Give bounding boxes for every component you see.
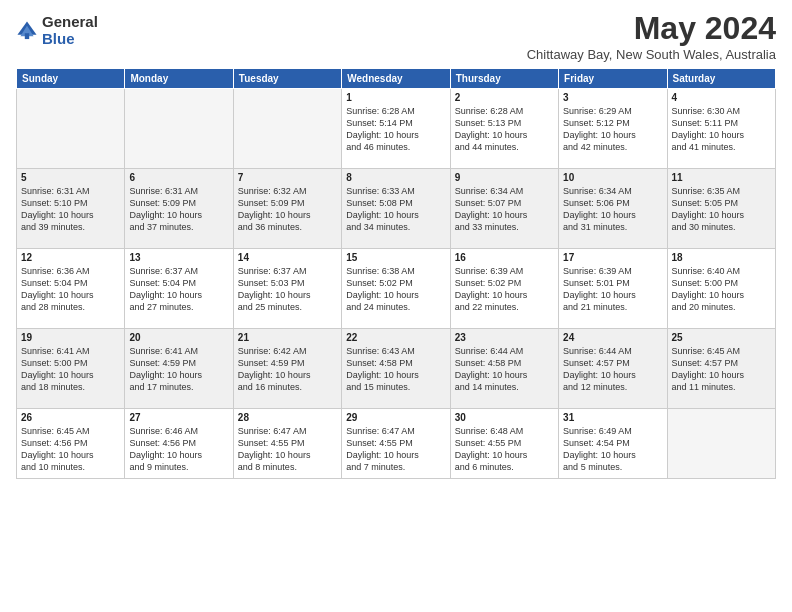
day-info: Sunrise: 6:44 AMSunset: 4:57 PMDaylight:… bbox=[563, 345, 662, 394]
day-number: 31 bbox=[563, 412, 662, 423]
table-row: 18Sunrise: 6:40 AMSunset: 5:00 PMDayligh… bbox=[667, 249, 775, 329]
table-row: 5Sunrise: 6:31 AMSunset: 5:10 PMDaylight… bbox=[17, 169, 125, 249]
svg-rect-2 bbox=[25, 33, 29, 39]
table-row: 20Sunrise: 6:41 AMSunset: 4:59 PMDayligh… bbox=[125, 329, 233, 409]
day-info: Sunrise: 6:34 AMSunset: 5:07 PMDaylight:… bbox=[455, 185, 554, 234]
table-row: 13Sunrise: 6:37 AMSunset: 5:04 PMDayligh… bbox=[125, 249, 233, 329]
table-row bbox=[233, 89, 341, 169]
main-title: May 2024 bbox=[527, 10, 776, 47]
table-row: 14Sunrise: 6:37 AMSunset: 5:03 PMDayligh… bbox=[233, 249, 341, 329]
day-number: 28 bbox=[238, 412, 337, 423]
subtitle: Chittaway Bay, New South Wales, Australi… bbox=[527, 47, 776, 62]
table-row: 6Sunrise: 6:31 AMSunset: 5:09 PMDaylight… bbox=[125, 169, 233, 249]
day-info: Sunrise: 6:39 AMSunset: 5:02 PMDaylight:… bbox=[455, 265, 554, 314]
logo-blue: Blue bbox=[42, 31, 98, 48]
day-number: 24 bbox=[563, 332, 662, 343]
header: General Blue May 2024 Chittaway Bay, New… bbox=[16, 10, 776, 62]
day-info: Sunrise: 6:36 AMSunset: 5:04 PMDaylight:… bbox=[21, 265, 120, 314]
day-info: Sunrise: 6:42 AMSunset: 4:59 PMDaylight:… bbox=[238, 345, 337, 394]
logo-text: General Blue bbox=[42, 14, 98, 47]
table-row: 30Sunrise: 6:48 AMSunset: 4:55 PMDayligh… bbox=[450, 409, 558, 479]
day-number: 16 bbox=[455, 252, 554, 263]
day-number: 12 bbox=[21, 252, 120, 263]
day-number: 2 bbox=[455, 92, 554, 103]
col-tuesday: Tuesday bbox=[233, 69, 341, 89]
day-number: 9 bbox=[455, 172, 554, 183]
day-info: Sunrise: 6:49 AMSunset: 4:54 PMDaylight:… bbox=[563, 425, 662, 474]
table-row: 27Sunrise: 6:46 AMSunset: 4:56 PMDayligh… bbox=[125, 409, 233, 479]
logo-icon bbox=[16, 20, 38, 42]
day-info: Sunrise: 6:47 AMSunset: 4:55 PMDaylight:… bbox=[346, 425, 445, 474]
table-row: 11Sunrise: 6:35 AMSunset: 5:05 PMDayligh… bbox=[667, 169, 775, 249]
table-row: 21Sunrise: 6:42 AMSunset: 4:59 PMDayligh… bbox=[233, 329, 341, 409]
day-number: 20 bbox=[129, 332, 228, 343]
day-info: Sunrise: 6:31 AMSunset: 5:09 PMDaylight:… bbox=[129, 185, 228, 234]
day-info: Sunrise: 6:41 AMSunset: 5:00 PMDaylight:… bbox=[21, 345, 120, 394]
day-info: Sunrise: 6:44 AMSunset: 4:58 PMDaylight:… bbox=[455, 345, 554, 394]
day-info: Sunrise: 6:43 AMSunset: 4:58 PMDaylight:… bbox=[346, 345, 445, 394]
day-info: Sunrise: 6:45 AMSunset: 4:57 PMDaylight:… bbox=[672, 345, 771, 394]
day-info: Sunrise: 6:38 AMSunset: 5:02 PMDaylight:… bbox=[346, 265, 445, 314]
calendar-header-row: Sunday Monday Tuesday Wednesday Thursday… bbox=[17, 69, 776, 89]
day-number: 14 bbox=[238, 252, 337, 263]
table-row: 10Sunrise: 6:34 AMSunset: 5:06 PMDayligh… bbox=[559, 169, 667, 249]
table-row: 25Sunrise: 6:45 AMSunset: 4:57 PMDayligh… bbox=[667, 329, 775, 409]
table-row: 31Sunrise: 6:49 AMSunset: 4:54 PMDayligh… bbox=[559, 409, 667, 479]
day-number: 4 bbox=[672, 92, 771, 103]
table-row: 7Sunrise: 6:32 AMSunset: 5:09 PMDaylight… bbox=[233, 169, 341, 249]
table-row: 23Sunrise: 6:44 AMSunset: 4:58 PMDayligh… bbox=[450, 329, 558, 409]
day-info: Sunrise: 6:45 AMSunset: 4:56 PMDaylight:… bbox=[21, 425, 120, 474]
calendar-week-row: 19Sunrise: 6:41 AMSunset: 5:00 PMDayligh… bbox=[17, 329, 776, 409]
day-number: 7 bbox=[238, 172, 337, 183]
day-info: Sunrise: 6:30 AMSunset: 5:11 PMDaylight:… bbox=[672, 105, 771, 154]
day-info: Sunrise: 6:31 AMSunset: 5:10 PMDaylight:… bbox=[21, 185, 120, 234]
logo-general: General bbox=[42, 14, 98, 31]
day-info: Sunrise: 6:47 AMSunset: 4:55 PMDaylight:… bbox=[238, 425, 337, 474]
table-row bbox=[125, 89, 233, 169]
col-sunday: Sunday bbox=[17, 69, 125, 89]
day-number: 3 bbox=[563, 92, 662, 103]
day-number: 30 bbox=[455, 412, 554, 423]
day-number: 23 bbox=[455, 332, 554, 343]
day-number: 17 bbox=[563, 252, 662, 263]
calendar-table: Sunday Monday Tuesday Wednesday Thursday… bbox=[16, 68, 776, 479]
col-wednesday: Wednesday bbox=[342, 69, 450, 89]
table-row: 4Sunrise: 6:30 AMSunset: 5:11 PMDaylight… bbox=[667, 89, 775, 169]
table-row: 29Sunrise: 6:47 AMSunset: 4:55 PMDayligh… bbox=[342, 409, 450, 479]
page: General Blue May 2024 Chittaway Bay, New… bbox=[0, 0, 792, 612]
day-number: 22 bbox=[346, 332, 445, 343]
day-number: 29 bbox=[346, 412, 445, 423]
day-info: Sunrise: 6:41 AMSunset: 4:59 PMDaylight:… bbox=[129, 345, 228, 394]
day-number: 8 bbox=[346, 172, 445, 183]
table-row: 22Sunrise: 6:43 AMSunset: 4:58 PMDayligh… bbox=[342, 329, 450, 409]
day-info: Sunrise: 6:29 AMSunset: 5:12 PMDaylight:… bbox=[563, 105, 662, 154]
table-row: 19Sunrise: 6:41 AMSunset: 5:00 PMDayligh… bbox=[17, 329, 125, 409]
calendar-week-row: 1Sunrise: 6:28 AMSunset: 5:14 PMDaylight… bbox=[17, 89, 776, 169]
day-number: 5 bbox=[21, 172, 120, 183]
table-row: 9Sunrise: 6:34 AMSunset: 5:07 PMDaylight… bbox=[450, 169, 558, 249]
day-number: 6 bbox=[129, 172, 228, 183]
day-info: Sunrise: 6:37 AMSunset: 5:04 PMDaylight:… bbox=[129, 265, 228, 314]
day-number: 10 bbox=[563, 172, 662, 183]
day-info: Sunrise: 6:28 AMSunset: 5:14 PMDaylight:… bbox=[346, 105, 445, 154]
day-info: Sunrise: 6:40 AMSunset: 5:00 PMDaylight:… bbox=[672, 265, 771, 314]
day-info: Sunrise: 6:28 AMSunset: 5:13 PMDaylight:… bbox=[455, 105, 554, 154]
day-number: 1 bbox=[346, 92, 445, 103]
day-info: Sunrise: 6:35 AMSunset: 5:05 PMDaylight:… bbox=[672, 185, 771, 234]
table-row bbox=[667, 409, 775, 479]
table-row: 16Sunrise: 6:39 AMSunset: 5:02 PMDayligh… bbox=[450, 249, 558, 329]
day-info: Sunrise: 6:46 AMSunset: 4:56 PMDaylight:… bbox=[129, 425, 228, 474]
table-row: 26Sunrise: 6:45 AMSunset: 4:56 PMDayligh… bbox=[17, 409, 125, 479]
day-number: 18 bbox=[672, 252, 771, 263]
table-row: 28Sunrise: 6:47 AMSunset: 4:55 PMDayligh… bbox=[233, 409, 341, 479]
calendar-week-row: 12Sunrise: 6:36 AMSunset: 5:04 PMDayligh… bbox=[17, 249, 776, 329]
day-number: 26 bbox=[21, 412, 120, 423]
table-row: 15Sunrise: 6:38 AMSunset: 5:02 PMDayligh… bbox=[342, 249, 450, 329]
day-number: 25 bbox=[672, 332, 771, 343]
calendar-week-row: 26Sunrise: 6:45 AMSunset: 4:56 PMDayligh… bbox=[17, 409, 776, 479]
day-info: Sunrise: 6:32 AMSunset: 5:09 PMDaylight:… bbox=[238, 185, 337, 234]
day-number: 11 bbox=[672, 172, 771, 183]
day-number: 21 bbox=[238, 332, 337, 343]
title-block: May 2024 Chittaway Bay, New South Wales,… bbox=[527, 10, 776, 62]
day-info: Sunrise: 6:39 AMSunset: 5:01 PMDaylight:… bbox=[563, 265, 662, 314]
